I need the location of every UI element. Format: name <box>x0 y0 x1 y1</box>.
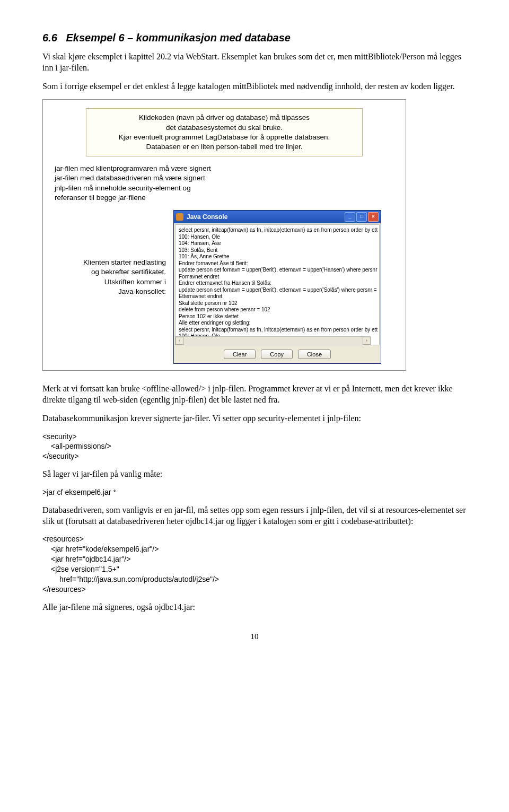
code-line: >jar cf eksempel6.jar * <box>42 487 467 497</box>
paragraph: Databasekommunikasjon krever signerte ja… <box>42 413 467 424</box>
code-line: <all-permissions/> <box>51 441 467 451</box>
code-line: <security> <box>42 432 467 442</box>
console-line: 103: Solås, Berit <box>179 247 376 254</box>
code-line: </resources> <box>42 584 467 595</box>
figure-caption: Klienten starter nedlasting og bekrefter… <box>49 258 166 296</box>
list-item: jnlp-filen må inneholde security-element… <box>55 184 399 193</box>
console-line: 101: Ås, Anne Grethe <box>179 254 376 260</box>
paragraph: Som i forrige eksempel er det enklest å … <box>42 81 467 92</box>
console-line: select persnr, initcap(fornavn) as fn, i… <box>179 227 376 234</box>
scroll-right-icon[interactable]: › <box>363 337 371 345</box>
console-line: update person set fornavn = upper('Berit… <box>179 267 376 274</box>
code-block: <resources> <jar href="kode/eksempel6.ja… <box>42 534 467 594</box>
figure-lower-row: Klienten starter nedlasting og bekrefter… <box>49 210 399 364</box>
code-line: <jar href="kode/eksempel6.jar"/> <box>51 544 467 554</box>
list-item: referanser til begge jar-filene <box>55 193 399 203</box>
figure-box: Kildekoden (navn på driver og database) … <box>42 99 406 371</box>
callout-box: Kildekoden (navn på driver og database) … <box>86 108 363 156</box>
java-console-window: Java Console _ □ × select persnr, initca… <box>173 210 381 364</box>
section-heading: Eksempel 6 – kommunikasjon med database <box>66 32 291 43</box>
console-line: 100: Hansen, Ole <box>179 234 376 241</box>
caption-line: og bekrefter sertifikatet. <box>49 267 166 277</box>
maximize-button[interactable]: □ <box>356 212 367 222</box>
code-block: <security> <all-permissions/> </security… <box>42 432 467 462</box>
horizontal-scrollbar[interactable]: ‹ › <box>175 336 371 345</box>
paragraph: Merk at vi fortsatt kan bruke <offline-a… <box>42 383 467 406</box>
console-line: update person set fornavn = upper('Berit… <box>179 287 376 294</box>
paragraph: Alle jar-filene må signeres, også ojdbc1… <box>42 602 467 613</box>
code-line: <resources> <box>42 534 467 544</box>
callout-line: Databasen er en liten person-tabell med … <box>92 142 357 152</box>
code-line: </security> <box>42 451 467 461</box>
callout-line: Kjør eventuelt programmet LagDatabase fo… <box>92 133 357 142</box>
console-line: Endrer etternavnet fra Hansen til Solås: <box>179 280 376 287</box>
page-number: 10 <box>42 632 467 641</box>
console-title: Java Console <box>187 213 227 221</box>
code-line: <jar href="ojdbc14.jar"/> <box>51 554 467 564</box>
console-line: delete from person where persnr = 102 <box>179 307 376 313</box>
console-line: Alle etter endringer og sletting: <box>179 320 376 327</box>
bullet-list: jar-filen med klientprogramvaren må være… <box>55 164 399 203</box>
paragraph: Så lager vi jar-filen på vanlig måte: <box>42 469 467 480</box>
console-body[interactable]: select persnr, initcap(fornavn) as fn, i… <box>175 224 380 345</box>
clear-button[interactable]: Clear <box>224 350 256 359</box>
console-line: Etternavnet endret <box>179 293 376 300</box>
scroll-left-icon[interactable]: ‹ <box>175 337 183 345</box>
paragraph: Vi skal kjøre eksemplet i kapittel 20.2 … <box>42 51 467 74</box>
close-console-button[interactable]: Close <box>298 350 331 359</box>
java-icon <box>176 213 183 221</box>
console-button-row: Clear Copy Close <box>174 346 381 363</box>
caption-line: Klienten starter nedlasting <box>49 258 166 267</box>
caption-line: Utskriften kommer i <box>49 277 166 287</box>
section-title: 6.6 Eksempel 6 – kommunikasjon med datab… <box>42 32 467 44</box>
callout-line: det databasesystemet du skal bruke. <box>92 123 357 133</box>
close-button[interactable]: × <box>368 212 379 222</box>
copy-button[interactable]: Copy <box>261 350 293 359</box>
console-line: Person 102 er ikke slettet <box>179 313 376 320</box>
console-titlebar[interactable]: Java Console _ □ × <box>174 211 381 223</box>
code-line: <j2se version="1.5+" <box>51 564 467 574</box>
minimize-button[interactable]: _ <box>345 212 355 222</box>
console-line: Endrer fornavnet Åse til Berit: <box>179 260 376 267</box>
caption-line: Java-konsollet: <box>49 287 166 296</box>
console-line: Skal slette person nr 102 <box>179 300 376 307</box>
list-item: jar-filen med databasedriveren må være s… <box>55 173 399 183</box>
console-line: select persnr, initcap(fornavn) as fn, i… <box>179 327 376 334</box>
callout-line: Kildekoden (navn på driver og database) … <box>92 113 357 123</box>
list-item: jar-filen med klientprogramvaren må være… <box>55 164 399 173</box>
console-line: Fornavnet endret <box>179 274 376 281</box>
section-number: 6.6 <box>42 32 57 43</box>
console-line: 104: Hansen, Åse <box>179 240 376 247</box>
code-line: href="http://java.sun.com/products/autod… <box>59 574 467 584</box>
code-block: >jar cf eksempel6.jar * <box>42 487 467 497</box>
paragraph: Databasedriveren, som vanligvis er en ja… <box>42 505 467 527</box>
